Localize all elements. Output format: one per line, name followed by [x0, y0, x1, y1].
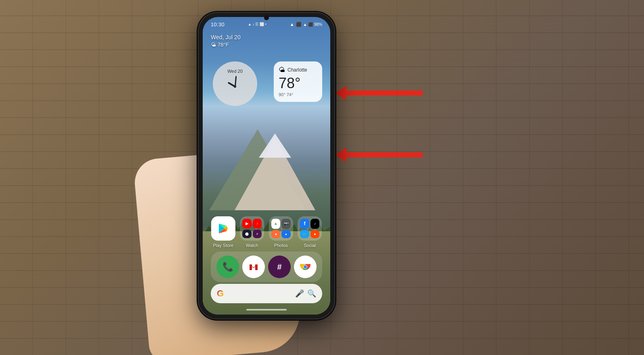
- youtube-music-icon: ♪: [253, 219, 262, 228]
- phone-screen[interactable]: 10:30 ▲ ♪ ☰ ⬜ • ▲ ⬛ ▲ ⬛ 98% Wed, Jul 20 …: [203, 17, 330, 315]
- dock-gmail-icon[interactable]: [242, 256, 265, 278]
- weather-city: Charlotte: [287, 67, 307, 73]
- app-photos[interactable]: 📷 ★ ● Photos: [269, 216, 293, 248]
- clock-widget[interactable]: Wed 20: [213, 61, 257, 106]
- current-date: Wed, Jul 20: [211, 34, 241, 40]
- social-folder-icon[interactable]: f ♪ 🐦 ●: [298, 216, 322, 241]
- mountain-snow: [259, 133, 291, 158]
- phone-device: 10:30 ▲ ♪ ☰ ⬜ • ▲ ⬛ ▲ ⬛ 98% Wed, Jul 20 …: [198, 12, 335, 319]
- app-play-store[interactable]: Play Store: [211, 216, 235, 248]
- gmail-svg: [248, 261, 259, 273]
- weather-high: 90°: [279, 92, 285, 97]
- chrome-svg: [299, 261, 311, 273]
- weather-header: 🌤 Charlotte: [279, 66, 317, 74]
- clock-date: Wed 20: [227, 69, 243, 74]
- status-time: 10:30: [211, 21, 224, 27]
- dock-slack-icon[interactable]: #: [268, 256, 291, 278]
- dock: 📞 #: [211, 251, 322, 282]
- app-watch[interactable]: ▶ ♪ ⬤ #: [240, 216, 264, 248]
- photos-app-4: ●: [281, 230, 291, 238]
- weather-temp-status: 78°F: [218, 42, 229, 48]
- wifi-icon: ▲: [290, 22, 294, 27]
- photos-pinwheel: [273, 221, 279, 227]
- play-store-icon[interactable]: [211, 216, 235, 241]
- front-camera: [264, 15, 269, 20]
- app-social[interactable]: f ♪ 🐦 ●: [298, 216, 322, 248]
- svg-rect-2: [255, 264, 258, 270]
- lens-icon[interactable]: 🔍: [307, 289, 316, 298]
- dock-chrome-icon[interactable]: [294, 256, 317, 278]
- app-grid: Play Store ▶ ♪: [203, 216, 330, 248]
- photos-label: Photos: [274, 243, 288, 248]
- weather-range: 90° 74°: [279, 92, 317, 97]
- photos-folder-icon[interactable]: 📷 ★ ●: [269, 216, 293, 241]
- svg-rect-1: [250, 264, 252, 270]
- twitter-icon: 🐦: [300, 230, 309, 239]
- scene: 10:30 ▲ ♪ ☰ ⬜ • ▲ ⬛ ▲ ⬛ 98% Wed, Jul 20 …: [0, 0, 644, 355]
- phone-icon: 📞: [222, 262, 233, 272]
- weather-widget[interactable]: 🌤 Charlotte 78° 90° 74°: [274, 61, 322, 102]
- reddit-icon: ●: [310, 230, 320, 239]
- clock-face: [223, 74, 247, 99]
- home-indicator: [246, 309, 287, 311]
- system-icons: ▲ ⬛ ▲ ⬛ 98%: [290, 22, 322, 27]
- youtube-icon: ▶: [242, 219, 252, 228]
- play-store-label: Play Store: [213, 243, 233, 248]
- google-photos-icon: [271, 219, 281, 229]
- watch-app-3: ⬤: [242, 230, 252, 239]
- watch-folder-icon[interactable]: ▶ ♪ ⬤ #: [240, 216, 264, 241]
- google-search-bar[interactable]: G 🎤 🔍: [211, 284, 322, 303]
- microphone-icon[interactable]: 🎤: [295, 289, 304, 298]
- weather-status-icon: 🌤: [211, 42, 216, 48]
- google-logo: G: [217, 288, 224, 299]
- watch-label: Watch: [246, 243, 258, 248]
- phone-wrapper: 10:30 ▲ ♪ ☰ ⬜ • ▲ ⬛ ▲ ⬛ 98% Wed, Jul 20 …: [174, 8, 367, 348]
- top-info: Wed, Jul 20 🌤 78°F: [211, 34, 241, 48]
- slack-icon: #: [277, 262, 281, 272]
- dock-phone-icon[interactable]: 📞: [216, 256, 239, 278]
- photos-app-3: ★: [271, 230, 281, 238]
- notification-icons: ▲ ♪ ☰ ⬜ •: [248, 22, 266, 26]
- weather-temperature: 78°: [279, 76, 317, 91]
- battery-level: ▲ ⬛ 98%: [303, 22, 322, 27]
- play-store-svg: [217, 222, 230, 235]
- camera-icon: 📷: [281, 219, 291, 229]
- watch-app-4: #: [253, 230, 262, 239]
- current-weather-status: 🌤 78°F: [211, 42, 241, 48]
- tiktok-icon: ♪: [310, 219, 320, 229]
- facebook-icon: f: [300, 219, 309, 229]
- svg-point-6: [304, 265, 307, 268]
- weather-low: 74°: [287, 92, 294, 97]
- signal-icon: ⬛: [296, 22, 302, 27]
- weather-icon: 🌤: [279, 66, 285, 74]
- clock-center-dot: [234, 85, 236, 88]
- social-label: Social: [304, 243, 316, 248]
